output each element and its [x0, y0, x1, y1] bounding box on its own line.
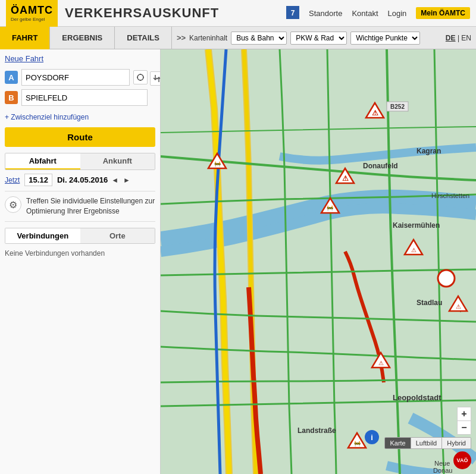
orte-tab[interactable]: Orte [80, 228, 155, 243]
logo-text: ÖAMTC [11, 4, 53, 16]
time-row: Jetzt 15.12 Di. 24.05.2016 ◄ ► [5, 174, 155, 186]
abfahrt-ankunft-tabs: Abfahrt Ankunft [5, 153, 155, 170]
ankunft-tab[interactable]: Ankunft [80, 153, 155, 169]
svg-text:Donaufeld: Donaufeld [363, 162, 398, 170]
bus-bahn-select[interactable]: Bus & Bahn Alle Keine [231, 32, 287, 45]
main: Neue Fahrt A B [0, 49, 476, 474]
svg-text:7: 7 [291, 9, 295, 17]
view-tabs: Karte Luftbild Hybrid [384, 437, 471, 449]
svg-text:🚧: 🚧 [214, 161, 221, 168]
svg-point-36 [438, 270, 455, 287]
map-controls: >> Karteninhalt Bus & Bahn Alle Keine PK… [177, 32, 420, 45]
zwischenziel-link[interactable]: + Zwischenziel hinzufügen [5, 113, 155, 121]
verbindungen-orte-tabs: Verbindungen Orte [5, 228, 155, 244]
view-luftbild-tab[interactable]: Luftbild [411, 438, 442, 448]
svg-text:i: i [371, 433, 373, 442]
neue-fahrt-link[interactable]: Neue Fahrt [5, 54, 43, 63]
date-prev-btn[interactable]: ◄ [110, 176, 120, 184]
tab-details[interactable]: DETAILS [115, 27, 172, 49]
view-hybrid-tab[interactable]: Hybrid [442, 438, 471, 448]
karteninhalt-label: Karteninhalt [189, 34, 227, 42]
waypoint-b-row: B [5, 89, 148, 106]
waypoint-a-input[interactable] [21, 69, 130, 86]
date-value: Di. 24.05.2016 [57, 175, 108, 184]
lang-en[interactable]: EN [461, 34, 471, 42]
date-next-btn[interactable]: ► [122, 176, 131, 184]
view-karte-tab[interactable]: Karte [385, 438, 411, 448]
pkw-rad-select[interactable]: PKW & Rad Alle Keine [290, 32, 347, 45]
swap-waypoints-btn[interactable] [150, 71, 161, 86]
tab-fahrt[interactable]: FAHRT [0, 27, 50, 49]
jetzt-link[interactable]: Jetzt [5, 176, 20, 184]
waypoint-b-label: B [5, 91, 18, 104]
svg-text:🚧: 🚧 [354, 440, 361, 447]
svg-text:Stadlau: Stadlau [416, 299, 442, 307]
zoom-controls: + − [457, 407, 471, 435]
logo-area: ÖAMTC Der gelbe Engel [6, 0, 58, 27]
mein-oamtc-btn[interactable]: Mein ÖAMTC [416, 7, 470, 19]
verbindungen-tab[interactable]: Verbindungen [5, 228, 80, 243]
svg-text:Hirschstetten: Hirschstetten [431, 192, 469, 199]
svg-text:Landstraße: Landstraße [298, 426, 336, 435]
login-link[interactable]: Login [388, 9, 407, 18]
time-value: 15.12 [24, 174, 52, 186]
waypoint-a-label: A [5, 71, 18, 84]
sidebar: Neue Fahrt A B [0, 49, 161, 474]
date-row: Di. 24.05.2016 ◄ ► [57, 175, 131, 184]
waypoint-a-row: A [5, 69, 148, 86]
svg-text:🚧: 🚧 [327, 205, 334, 212]
svg-text:B252: B252 [390, 103, 405, 110]
settings-row: ⚙ Treffen Sie individuelle Einstellungen… [5, 191, 155, 222]
kontakt-link[interactable]: Kontakt [352, 9, 378, 18]
settings-gear-btn[interactable]: ⚙ [5, 196, 21, 213]
tab-ergebnis[interactable]: ERGEBNIS [50, 27, 115, 49]
waypoint-a-locate-btn[interactable] [133, 70, 148, 84]
svg-text:Kaisermühlen: Kaisermühlen [393, 221, 440, 230]
header: ÖAMTC Der gelbe Engel VERKEHRSAUSKUNFT 7… [0, 0, 476, 27]
lang-de[interactable]: DE [446, 34, 456, 42]
standorte-link[interactable]: Standorte [309, 9, 342, 18]
app-title: VERKEHRSAUSKUNFT [65, 5, 219, 21]
header-nav: 7 Standorte Kontakt Login Mein ÖAMTC [286, 6, 470, 21]
nav-icon: 7 [286, 6, 299, 21]
route-button[interactable]: Route [5, 127, 155, 147]
map-area[interactable]: B252 Donaufeld Kagran Hirschstetten Kais… [161, 49, 476, 474]
svg-text:⚠: ⚠ [411, 247, 416, 253]
settings-text: Treffen Sie individuelle Einstellungen z… [26, 196, 155, 216]
map-controls-arrow: >> [177, 33, 186, 42]
svg-text:⚠: ⚠ [372, 109, 378, 117]
abfahrt-tab[interactable]: Abfahrt [5, 153, 80, 169]
zoom-out-btn[interactable]: − [458, 421, 471, 434]
svg-text:Kagran: Kagran [416, 147, 441, 155]
svg-text:Leopoldstadt: Leopoldstadt [393, 393, 441, 402]
keine-verbindungen-text: Keine Verbindungen vorhanden [5, 247, 105, 260]
svg-text:⚠: ⚠ [378, 360, 384, 366]
svg-point-2 [137, 74, 143, 80]
wichtige-punkte-select[interactable]: Wichtige Punkte Alle Keine [350, 32, 420, 45]
zoom-in-btn[interactable]: + [458, 407, 471, 420]
lang-switcher: DE | EN [446, 34, 471, 42]
waypoint-b-input[interactable] [21, 89, 148, 106]
svg-text:⚠: ⚠ [342, 174, 349, 183]
tab-bar: FAHRT ERGEBNIS DETAILS >> Karteninhalt B… [0, 27, 476, 49]
logo-sub: Der gelbe Engel [11, 17, 53, 23]
vao-badge[interactable]: VAÖ [453, 451, 471, 469]
svg-text:⚠: ⚠ [456, 303, 461, 310]
map-bottom-controls: + − Karte Luftbild Hybrid VAÖ [384, 407, 471, 469]
